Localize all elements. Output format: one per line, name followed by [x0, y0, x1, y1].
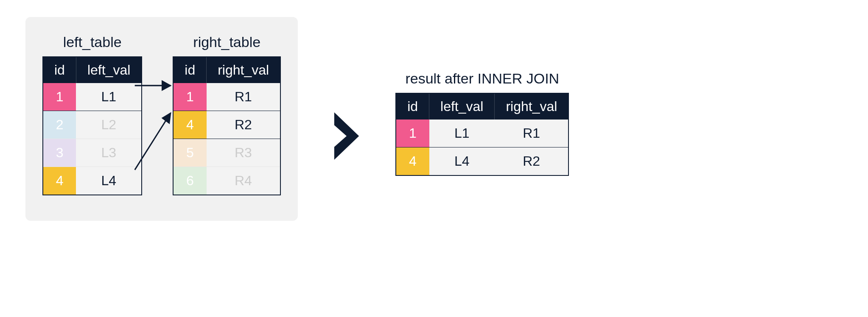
- id-cell: 4: [43, 167, 76, 195]
- id-cell: 6: [173, 167, 206, 195]
- result-col-left: left_val: [429, 93, 495, 120]
- result-col-id: id: [396, 93, 429, 120]
- result-col-right: right_val: [495, 93, 568, 120]
- table-row: 1 R1: [173, 83, 280, 111]
- table-row: 4 R2: [173, 111, 280, 139]
- right-table-col-val: right_val: [207, 57, 280, 83]
- result-table-title: result after INNER JOIN: [405, 70, 559, 87]
- result-table-wrap: result after INNER JOIN id left_val righ…: [395, 62, 569, 176]
- table-row: 5 R3: [173, 139, 280, 167]
- table-row: 2 L2: [43, 111, 142, 139]
- id-cell: 2: [43, 111, 76, 139]
- left-table-wrap: left_table id left_val 1 L1 2 L2 3 L3: [42, 34, 142, 195]
- table-row: 4 L4 R2: [396, 147, 568, 176]
- id-cell: 1: [43, 83, 76, 111]
- id-cell: 4: [396, 147, 429, 176]
- left-table-title: left_table: [63, 34, 122, 50]
- val-cell: R1: [207, 83, 280, 111]
- val-cell: L4: [76, 167, 142, 195]
- id-cell: 1: [173, 83, 206, 111]
- result-table: id left_val right_val 1 L1 R1 4 L4 R2: [395, 93, 569, 176]
- left-table: id left_val 1 L1 2 L2 3 L3 4 L4: [42, 56, 142, 195]
- val-cell: R2: [207, 111, 280, 139]
- left-val-cell: L4: [429, 147, 495, 176]
- input-tables-panel: left_table id left_val 1 L1 2 L2 3 L3: [25, 17, 298, 221]
- val-cell: L3: [76, 139, 142, 167]
- val-cell: L1: [76, 83, 142, 111]
- right-val-cell: R2: [495, 147, 568, 176]
- table-row: 3 L3: [43, 139, 142, 167]
- result-arrow: [332, 77, 361, 161]
- right-val-cell: R1: [495, 120, 568, 147]
- inner-join-diagram: left_table id left_val 1 L1 2 L2 3 L3: [25, 17, 843, 221]
- right-table-col-id: id: [173, 57, 206, 83]
- right-table: id right_val 1 R1 4 R2 5 R3 6 R4: [173, 56, 281, 195]
- table-row: 4 L4: [43, 167, 142, 195]
- right-table-title: right_table: [193, 34, 260, 50]
- chevron-right-icon: [332, 111, 361, 161]
- val-cell: L2: [76, 111, 142, 139]
- left-table-col-val: left_val: [76, 57, 142, 83]
- left-table-header: id left_val: [43, 57, 142, 83]
- left-val-cell: L1: [429, 120, 495, 147]
- table-row: 1 L1: [43, 83, 142, 111]
- table-row: 6 R4: [173, 167, 280, 195]
- table-row: 1 L1 R1: [396, 120, 568, 147]
- id-cell: 4: [173, 111, 206, 139]
- right-table-header: id right_val: [173, 57, 280, 83]
- val-cell: R3: [207, 139, 280, 167]
- id-cell: 5: [173, 139, 206, 167]
- right-table-wrap: right_table id right_val 1 R1 4 R2 5 R3: [173, 34, 281, 195]
- left-table-col-id: id: [43, 57, 76, 83]
- val-cell: R4: [207, 167, 280, 195]
- result-table-header: id left_val right_val: [396, 93, 568, 120]
- id-cell: 1: [396, 120, 429, 147]
- id-cell: 3: [43, 139, 76, 167]
